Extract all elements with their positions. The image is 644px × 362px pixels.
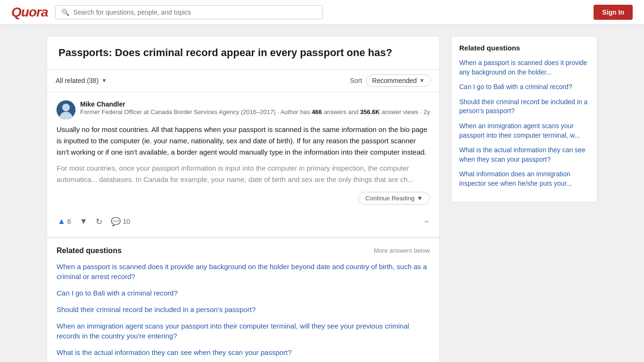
main-container: Passports: Does criminal record appear i…	[39, 25, 605, 362]
answer-body-fade: For most countries, once your passport i…	[57, 163, 430, 185]
right-column: Related questions When a passport is sca…	[451, 36, 597, 362]
related-link-3[interactable]: Should their criminal record be included…	[57, 304, 430, 314]
right-related-card: Related questions When a passport is sca…	[451, 36, 597, 202]
right-related-link-1[interactable]: When a passport is scanned does it provi…	[459, 58, 589, 77]
answer-body: Usually no for most countries. All that …	[57, 124, 430, 158]
share-refresh-icon: ↻	[96, 217, 102, 227]
author-row: Mike Chandler Former Federal Officer at …	[57, 100, 430, 119]
related-inline-header: Related questions More answers below	[57, 247, 430, 255]
author-bio: Former Federal Officer at Canada Border …	[80, 108, 430, 116]
right-related-link-3[interactable]: Should their criminal record be included…	[459, 98, 589, 116]
continue-reading-label: Continue Reading	[365, 195, 414, 202]
downvote-button[interactable]: ▼	[79, 215, 89, 228]
comment-button[interactable]: 💬 10	[110, 215, 131, 229]
right-related-link-4[interactable]: When an immigration agent scans your pas…	[459, 122, 589, 140]
downvote-icon: ▼	[80, 217, 88, 226]
question-card: Passports: Does criminal record appear i…	[47, 36, 440, 70]
site-header: Quora 🔍 Sign In	[0, 0, 644, 25]
comment-count: 10	[123, 218, 130, 225]
logo[interactable]: Quora	[11, 5, 48, 20]
all-related-dropdown[interactable]: All related (38) ▼	[56, 77, 107, 84]
forward-icon[interactable]: →	[422, 217, 430, 226]
action-bar: ▲ 6 ▼ ↻ 💬 10 →	[57, 211, 430, 229]
right-card-title: Related questions	[459, 44, 589, 52]
right-related-link-2[interactable]: Can I go to Bali with a criminal record?	[459, 82, 589, 92]
upvote-count: 6	[67, 218, 71, 225]
question-title: Passports: Does criminal record appear i…	[58, 46, 428, 60]
related-inline-section: Related questions More answers below Whe…	[47, 238, 440, 362]
answer-card: Mike Chandler Former Federal Officer at …	[47, 92, 439, 238]
related-link-1[interactable]: When a passport is scanned does it provi…	[57, 262, 430, 281]
answers-section: All related (38) ▼ Sort Recommended ▼	[47, 70, 440, 238]
comment-icon: 💬	[111, 217, 121, 227]
left-column: Passports: Does criminal record appear i…	[47, 36, 440, 362]
upvote-button[interactable]: ▲ 6	[57, 215, 72, 228]
search-bar[interactable]: 🔍	[55, 5, 323, 19]
more-answers-label: More answers below	[374, 247, 430, 254]
author-info: Mike Chandler Former Federal Officer at …	[80, 100, 430, 116]
chevron-down-icon: ▼	[101, 77, 107, 84]
continue-reading-button[interactable]: Continue Reading ▼	[358, 192, 430, 205]
chevron-down-icon: ▼	[419, 77, 425, 84]
related-link-2[interactable]: Can I go to Bali with a criminal record?	[57, 288, 430, 298]
author-name[interactable]: Mike Chandler	[80, 100, 430, 108]
right-related-link-6[interactable]: What information does an immigration ins…	[459, 170, 589, 188]
sort-label: Sort	[350, 77, 362, 84]
sort-dropdown[interactable]: Recommended ▼	[366, 74, 431, 87]
sign-in-button[interactable]: Sign In	[594, 5, 633, 20]
upvote-icon: ▲	[58, 217, 66, 226]
share-button[interactable]: ↻	[95, 215, 103, 229]
right-related-link-5[interactable]: What is the actual information they can …	[459, 146, 589, 164]
recommended-label: Recommended	[372, 77, 417, 84]
sort-bar: All related (38) ▼ Sort Recommended ▼	[47, 70, 439, 92]
related-inline-title: Related questions	[57, 247, 122, 255]
search-input[interactable]	[73, 8, 317, 16]
all-related-label: All related (38)	[56, 77, 99, 84]
related-link-4[interactable]: When an immigration agent scans your pas…	[57, 321, 430, 341]
avatar	[57, 100, 75, 119]
sort-right: Sort Recommended ▼	[350, 74, 431, 87]
chevron-down-icon: ▼	[417, 195, 423, 202]
search-icon: 🔍	[61, 8, 69, 16]
related-link-5[interactable]: What is the actual information they can …	[57, 347, 430, 357]
